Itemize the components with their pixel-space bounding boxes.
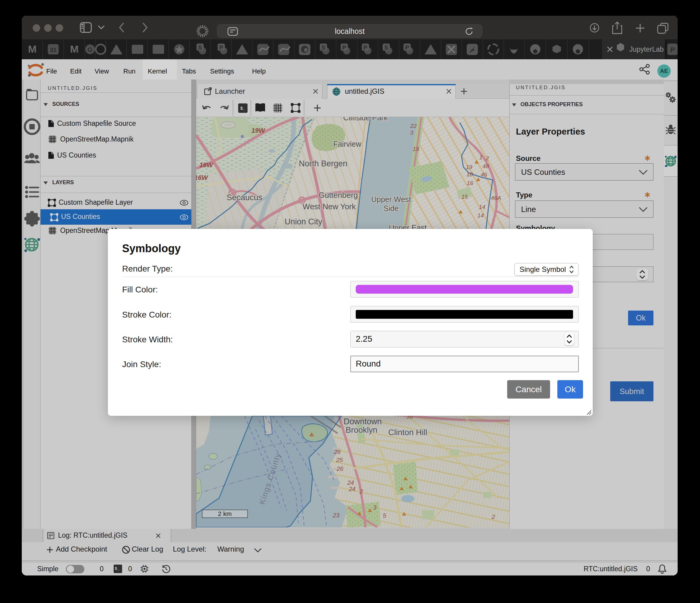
svg-text:S: S xyxy=(321,44,325,51)
svg-text:S: S xyxy=(198,44,202,51)
svg-text:S: S xyxy=(384,44,388,51)
svg-text:P: P xyxy=(405,44,409,51)
svg-text:JupyterLab: JupyterLab xyxy=(629,45,664,53)
svg-text:P: P xyxy=(670,46,675,53)
svg-text:G: G xyxy=(88,46,93,53)
svg-text:M: M xyxy=(70,43,79,55)
svg-text:P: P xyxy=(219,44,223,51)
svg-text:P: P xyxy=(342,44,346,51)
svg-text:e: e xyxy=(304,46,307,53)
svg-text:M: M xyxy=(28,43,36,55)
svg-text:P: P xyxy=(363,44,367,51)
svg-text:31: 31 xyxy=(50,47,56,53)
